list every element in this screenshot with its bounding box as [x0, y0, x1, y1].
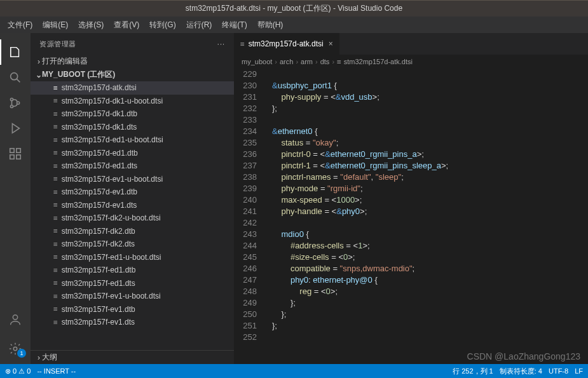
file-item[interactable]: ≡stm32mp157f-dk2-u-boot.dtsi [31, 212, 234, 225]
file-icon: ≡ [337, 58, 341, 66]
line-number: 247 [234, 274, 257, 286]
code-line[interactable]: &usbphyc_port1 { [272, 80, 588, 91]
file-item[interactable]: ≡stm32mp157f-ev1.dtb [31, 303, 234, 316]
close-icon[interactable]: × [329, 39, 333, 48]
sidebar: 资源管理器 ··· › 打开的编辑器 ⌄ MY_UBOOT (工作区) ≡stm… [31, 33, 234, 364]
workspace-section[interactable]: ⌄ MY_UBOOT (工作区) [31, 68, 234, 81]
file-item[interactable]: ≡stm32mp157d-atk.dtsi [31, 81, 234, 95]
file-item[interactable]: ≡stm32mp157f-dk2.dts [31, 238, 234, 251]
code-line[interactable]: status = "okay"; [272, 137, 588, 149]
file-item[interactable]: ≡stm32mp157d-ed1-u-boot.dtsi [31, 133, 234, 147]
code-line[interactable]: mdio0 { [272, 229, 588, 240]
code-line[interactable]: #size-cells = <0>; [272, 252, 588, 263]
file-label: stm32mp157f-dk2-u-boot.dtsi [62, 213, 161, 222]
file-label: stm32mp157d-ev1.dtb [62, 187, 137, 196]
breadcrumb-item[interactable]: dts [320, 58, 330, 65]
file-icon: ≡ [53, 136, 58, 144]
file-icon: ≡ [53, 279, 58, 287]
file-item[interactable]: ≡stm32mp157f-ed1-u-boot.dtsi [31, 251, 234, 264]
svg-point-10 [13, 347, 17, 351]
file-label: stm32mp157f-dk2.dts [62, 240, 135, 248]
svg-rect-8 [17, 155, 20, 159]
line-number: 249 [234, 297, 257, 309]
code-line[interactable]: }; [272, 320, 588, 332]
code-area[interactable]: 2292302312322332342352362372382392402412… [234, 69, 588, 364]
menu-item[interactable]: 文件(F) [3, 18, 38, 32]
status-eol[interactable]: LF [575, 367, 583, 375]
file-icon: ≡ [240, 40, 245, 48]
svg-point-0 [11, 73, 18, 80]
code-line[interactable]: pinctrl-1 = <&ethernet0_rgmii_pins_sleep… [272, 160, 588, 172]
menu-item[interactable]: 终端(T) [217, 18, 252, 32]
search-icon[interactable] [0, 65, 31, 90]
line-number: 235 [234, 137, 257, 149]
file-item[interactable]: ≡stm32mp157d-ev1.dtb [31, 186, 234, 199]
settings-icon[interactable]: 1 [0, 336, 31, 361]
file-item[interactable]: ≡stm32mp157f-ev1-u-boot.dtsi [31, 290, 234, 303]
tab-active[interactable]: ≡ stm32mp157d-atk.dtsi × [234, 33, 340, 55]
code-line[interactable]: }; [272, 103, 588, 114]
svg-point-3 [10, 105, 13, 107]
status-line[interactable]: 行 252，列 1 [453, 367, 493, 376]
file-item[interactable]: ≡stm32mp157d-ev1.dts [31, 199, 234, 212]
code-line[interactable] [272, 114, 588, 126]
breadcrumb-item[interactable]: stm32mp157d-atk.dtsi [344, 58, 413, 65]
code-line[interactable]: phy-handle = <&phy0>; [272, 206, 588, 217]
file-icon: ≡ [53, 123, 58, 131]
menu-item[interactable]: 编辑(E) [38, 18, 73, 32]
chevron-right-icon: › [275, 58, 277, 65]
file-item[interactable]: ≡stm32mp157d-dk1.dts [31, 121, 234, 134]
code-line[interactable]: pinctrl-0 = <&ethernet0_rgmii_pins_a>; [272, 149, 588, 160]
scm-icon[interactable] [0, 90, 31, 116]
code-line[interactable]: compatible = "snps,dwmac-mdio"; [272, 263, 588, 274]
code-line[interactable] [272, 69, 588, 80]
menu-item[interactable]: 转到(G) [144, 18, 181, 32]
breadcrumb-item[interactable]: my_uboot [242, 58, 272, 65]
file-item[interactable]: ≡stm32mp157d-dk1-u-boot.dtsi [31, 95, 234, 108]
extensions-icon[interactable] [0, 141, 31, 166]
menu-item[interactable]: 选择(S) [73, 18, 109, 32]
code-line[interactable]: reg = <0>; [272, 286, 588, 297]
line-number: 233 [234, 114, 257, 126]
file-item[interactable]: ≡stm32mp157d-ed1.dts [31, 159, 234, 173]
file-item[interactable]: ≡stm32mp157d-ed1.dtb [31, 147, 234, 160]
code-line[interactable] [272, 332, 588, 343]
activity-bar: 1 [0, 33, 31, 364]
breadcrumb-item[interactable]: arch [280, 58, 293, 65]
code-line[interactable] [272, 217, 588, 229]
file-icon: ≡ [53, 97, 58, 105]
more-icon[interactable]: ··· [217, 40, 225, 48]
status-errors[interactable]: ⊗ 0 ⚠ 0 [5, 367, 31, 375]
code[interactable]: &usbphyc_port1 { phy-supply = <&vdd_usb>… [267, 69, 588, 364]
chevron-right-icon: › [36, 353, 42, 362]
status-enc[interactable]: UTF-8 [549, 367, 568, 375]
file-item[interactable]: ≡stm32mp157f-ed1.dtb [31, 264, 234, 277]
code-line[interactable]: }; [272, 309, 588, 320]
file-item[interactable]: ≡stm32mp157f-ed1.dts [31, 277, 234, 290]
code-line[interactable]: phy-supply = <&vdd_usb>; [272, 91, 588, 103]
file-item[interactable]: ≡stm32mp157d-dk1.dtb [31, 107, 234, 121]
menu-item[interactable]: 运行(R) [181, 18, 217, 32]
breadcrumb[interactable]: my_uboot›arch›arm›dts›≡ stm32mp157d-atk.… [234, 55, 588, 69]
file-icon: ≡ [53, 292, 58, 300]
outline-section[interactable]: › 大纲 [31, 350, 234, 364]
open-editors-section[interactable]: › 打开的编辑器 [31, 55, 234, 68]
code-line[interactable]: pinctrl-names = "default", "sleep"; [272, 172, 588, 183]
status-tab[interactable]: 制表符长度: 4 [500, 367, 542, 376]
breadcrumb-item[interactable]: arm [301, 58, 313, 65]
code-line[interactable]: phy0: ethernet-phy@0 { [272, 274, 588, 286]
files-icon[interactable] [0, 39, 31, 65]
account-icon[interactable] [0, 307, 31, 332]
file-item[interactable]: ≡stm32mp157d-ev1-u-boot.dtsi [31, 173, 234, 186]
menu-item[interactable]: 查看(V) [109, 18, 144, 32]
debug-icon[interactable] [0, 116, 31, 141]
file-item[interactable]: ≡stm32mp157f-ev1.dts [31, 316, 234, 329]
file-item[interactable]: ≡stm32mp157f-dk2.dtb [31, 225, 234, 238]
code-line[interactable]: phy-mode = "rgmii-id"; [272, 183, 588, 194]
code-line[interactable]: }; [272, 297, 588, 309]
code-line[interactable]: #address-cells = <1>; [272, 240, 588, 252]
menu-item[interactable]: 帮助(H) [252, 18, 289, 32]
code-line[interactable]: &ethernet0 { [272, 126, 588, 137]
code-line[interactable]: max-speed = <1000>; [272, 194, 588, 206]
file-label: stm32mp157d-dk1-u-boot.dtsi [62, 97, 163, 105]
